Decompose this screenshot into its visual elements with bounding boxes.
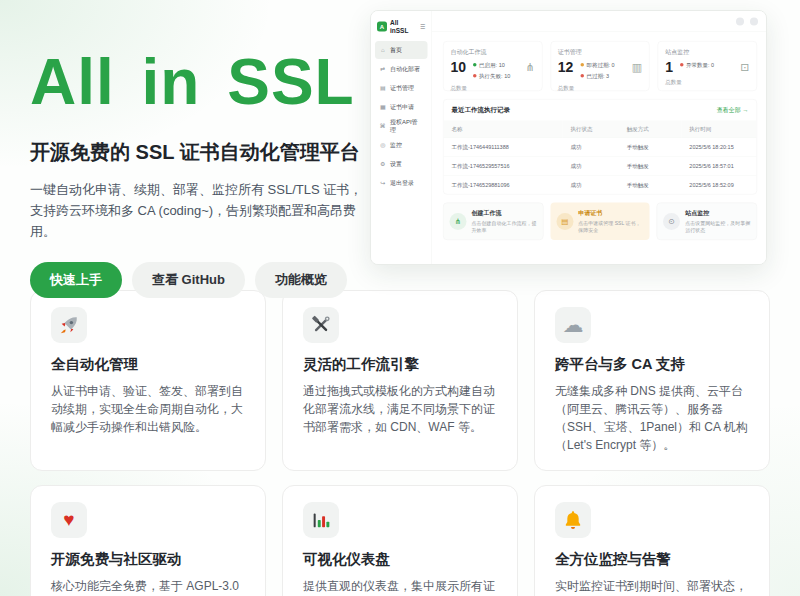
red-dot-icon (580, 74, 584, 78)
cell-name: 工作流-1746449111388 (444, 137, 563, 156)
create-workflow-card[interactable]: ⋔ 创建工作流 点击创建自动化工作流程，提升效率 (443, 203, 543, 241)
green-dot-icon (473, 63, 477, 67)
sidebar-item-label: 监控 (390, 141, 402, 150)
feature-desc: 从证书申请、验证、签发、部署到自动续期，实现全生命周期自动化，大幅减少手动操作和… (51, 382, 245, 436)
view-github-button[interactable]: 查看 GitHub (132, 262, 245, 298)
gear-icon: ⚙ (380, 161, 387, 168)
feature-card-dashboard: 可视化仪表盘 提供直观的仪表盘，集中展示所有证书状态、工作流执行情况和监控预警，… (282, 485, 518, 596)
hero-buttons: 快速上手 查看 GitHub 功能概览 (30, 262, 370, 298)
workflow-fork-icon: ⋔ (450, 213, 467, 230)
sidebar-item-label: 授权API管理 (390, 118, 423, 135)
cell-status: 成功 (562, 175, 618, 194)
dashboard-screenshot: A All inSSL ☰ ⌂ 首页 ⇄ 自动化部署 ▤ 证书管理 (370, 10, 767, 265)
feature-card-monitoring-alerts: 全方位监控与告警 实时监控证书到期时间、部署状态，支持多种通知渠道（Webhoo… (534, 485, 770, 596)
feature-title: 灵活的工作流引擎 (303, 355, 497, 374)
sidebar-item-label: 首页 (390, 46, 402, 55)
cell-name: 工作流-1746529881096 (444, 175, 563, 194)
stat-total-label: 总数量 (558, 84, 642, 92)
sidebar-item-monitor[interactable]: ◎ 监控 (375, 136, 428, 154)
feature-desc: 实时监控证书到期时间、部署状态，支持多种通知渠道（Webhook、邮件等），确保… (555, 577, 749, 596)
quick-actions: ⋔ 创建工作流 点击创建自动化工作流程，提升效率 ▤ 申请证书 (443, 203, 757, 241)
rocket-icon (51, 307, 87, 343)
feature-desc: 核心功能完全免费，基于 AGPL-3.0 许可开源。欢迎社区贡献，共同打造更好的… (51, 577, 245, 596)
view-all-link[interactable]: 查看全部 → (717, 106, 749, 115)
stat-legend: 执行失败: 10 (473, 72, 510, 80)
monitor-screen-icon: ⊡ (740, 61, 749, 74)
recent-workflows-table: 最近工作流执行记录 查看全部 → 名称 执行状态 触发方式 执行时间 (443, 99, 757, 195)
action-desc: 点击申请或管理 SSL 证书，保障安全 (578, 220, 643, 234)
feature-desc: 通过拖拽式或模板化的方式构建自动化部署流水线，满足不同场景下的证书部署需求，如 … (303, 382, 497, 436)
workflow-fork-icon: ⋔ (526, 61, 535, 74)
hero-section: All in SSL 开源免费的 SSL 证书自动化管理平台 一键自动化申请、续… (0, 0, 800, 272)
user-avatar[interactable] (750, 17, 758, 25)
feature-overview-button[interactable]: 功能概览 (255, 262, 347, 298)
cell-time: 2025/5/6 18:57:01 (681, 156, 756, 175)
app-logo-icon: A (377, 22, 387, 32)
certificate-card-icon: ▥ (632, 61, 642, 74)
stat-legend: 已过期: 3 (580, 72, 614, 80)
table-header-row: 名称 执行状态 触发方式 执行时间 (444, 121, 757, 138)
stat-legend: 即将过期: 0 (580, 61, 614, 69)
cell-time: 2025/5/6 18:52:09 (681, 175, 756, 194)
action-desc: 点击设置网站监控，及时掌握运行状态 (685, 220, 750, 234)
app-topbar (432, 11, 767, 32)
apply-icon: ▦ (380, 104, 387, 111)
hero-description: 一键自动化申请、续期、部署、监控所有 SSL/TLS 证书，支持跨云环境和多 C… (30, 179, 368, 242)
app-logo-text: All inSSL (390, 19, 417, 34)
stat-card-monitors: 站点监控 1 异常数量: 0 总数量 ⊡ (658, 41, 757, 91)
stat-title: 证书管理 (558, 48, 642, 57)
feature-desc: 提供直观的仪表盘，集中展示所有证书状态、工作流执行情况和监控预警，管理状况一目了… (303, 577, 497, 596)
features-grid: 全自动化管理 从证书申请、验证、签发、部署到自动续期，实现全生命周期自动化，大幅… (0, 272, 800, 596)
sidebar-item-settings[interactable]: ⚙ 设置 (375, 155, 428, 173)
stat-value: 12 (558, 60, 574, 80)
red-dot-icon (473, 74, 477, 78)
col-time: 执行时间 (681, 121, 756, 138)
sidebar-item-auto-deploy[interactable]: ⇄ 自动化部署 (375, 60, 428, 78)
landing-page: All in SSL 开源免费的 SSL 证书自动化管理平台 一键自动化申请、续… (0, 0, 800, 596)
feature-title: 全自动化管理 (51, 355, 245, 374)
cloud-icon: ☁ (555, 307, 591, 343)
sidebar-item-logout[interactable]: ↪ 退出登录 (375, 174, 428, 192)
table-row[interactable]: 工作流-1746529557516 成功 手动触发 2025/5/6 18:57… (444, 156, 757, 175)
stat-title: 自动化工作流 (451, 48, 535, 57)
action-desc: 点击创建自动化工作流程，提升效率 (472, 220, 537, 234)
sidebar-item-label: 设置 (390, 160, 402, 169)
sidebar-item-cert-apply[interactable]: ▦ 证书申请 (375, 98, 428, 116)
certificate-icon: ▤ (556, 213, 573, 230)
certificate-icon: ▤ (380, 85, 387, 92)
sidebar-item-cert-management[interactable]: ▤ 证书管理 (375, 79, 428, 97)
workflow-icon: ⇄ (380, 66, 387, 73)
table-row[interactable]: 工作流-1746529881096 成功 手动触发 2025/5/6 18:52… (444, 175, 757, 194)
stat-legend: 异常数量: 0 (680, 61, 714, 69)
dashboard-app: A All inSSL ☰ ⌂ 首页 ⇄ 自动化部署 ▤ 证书管理 (371, 11, 767, 265)
action-title: 站点监控 (685, 209, 750, 218)
col-name: 名称 (444, 121, 563, 138)
get-started-button[interactable]: 快速上手 (30, 262, 122, 298)
site-monitor-card[interactable]: ⊙ 站点监控 点击设置网站监控，及时掌握运行状态 (657, 203, 757, 241)
menu-collapse-icon[interactable]: ☰ (420, 23, 425, 30)
sidebar-item-label: 证书管理 (390, 84, 414, 93)
theme-toggle-icon[interactable] (736, 17, 744, 25)
home-icon: ⌂ (380, 47, 387, 54)
stat-title: 站点监控 (665, 48, 749, 57)
cell-trigger: 手动触发 (619, 156, 682, 175)
table-row[interactable]: 工作流-1746449111388 成功 手动触发 2025/5/6 18:20… (444, 137, 757, 156)
cell-trigger: 手动触发 (619, 175, 682, 194)
stat-card-certificates: 证书管理 12 即将过期: 0 已过期: 3 总数量 ▥ (550, 41, 649, 91)
stat-total-label: 总数量 (665, 79, 749, 87)
col-trigger: 触发方式 (619, 121, 682, 138)
app-content: 自动化工作流 10 已启用: 10 执行失败: 10 总数量 ⋔ (432, 32, 767, 249)
monitor-clock-icon: ⊙ (663, 213, 680, 230)
action-title: 申请证书 (578, 209, 643, 218)
chart-icon (303, 502, 339, 538)
sidebar-item-label: 自动化部署 (390, 65, 420, 74)
heart-icon: ♥ (51, 502, 87, 538)
stat-card-workflows: 自动化工作流 10 已启用: 10 执行失败: 10 总数量 ⋔ (443, 41, 542, 91)
stat-legend: 已启用: 10 (473, 61, 510, 69)
stat-value: 1 (665, 60, 673, 74)
feature-desc: 无缝集成多种 DNS 提供商、云平台（阿里云、腾讯云等）、服务器（SSH、宝塔、… (555, 382, 749, 454)
cell-trigger: 手动触发 (619, 137, 682, 156)
sidebar-item-api-auth[interactable]: ⌘ 授权API管理 (375, 117, 428, 135)
apply-certificate-card[interactable]: ▤ 申请证书 点击申请或管理 SSL 证书，保障安全 (550, 203, 649, 241)
sidebar-item-home[interactable]: ⌂ 首页 (375, 41, 428, 59)
